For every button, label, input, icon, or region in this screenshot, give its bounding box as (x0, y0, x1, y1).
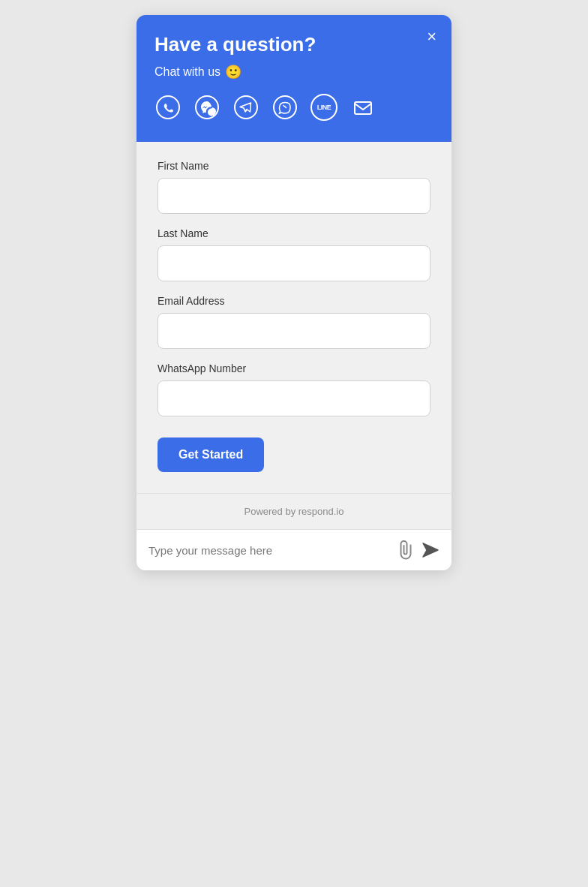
email-icon[interactable] (350, 94, 376, 121)
email-group: Email Address (158, 295, 430, 349)
first-name-field[interactable] (158, 178, 430, 214)
send-icon (422, 542, 440, 558)
get-started-button[interactable]: Get Started (158, 437, 264, 472)
svg-rect-4 (355, 102, 371, 114)
first-name-group: First Name (158, 160, 430, 214)
header-subtitle: Chat with us 🙂 (154, 64, 434, 80)
viber-icon[interactable] (272, 94, 298, 121)
email-field[interactable] (158, 313, 430, 349)
platform-icons: LINE (154, 94, 434, 121)
line-icon[interactable]: LINE (310, 94, 338, 121)
whatsapp-field[interactable] (158, 380, 430, 416)
whatsapp-icon[interactable] (154, 94, 182, 121)
last-name-field[interactable] (158, 245, 430, 281)
form-area: First Name Last Name Email Address Whats… (136, 142, 452, 493)
paperclip-icon (396, 540, 412, 560)
whatsapp-group: WhatsApp Number (158, 362, 430, 416)
message-input-area (136, 529, 452, 570)
messenger-icon[interactable] (194, 94, 220, 121)
telegram-icon[interactable] (232, 94, 260, 121)
powered-by: Powered by respond.io (136, 493, 452, 529)
whatsapp-label: WhatsApp Number (158, 362, 430, 374)
first-name-label: First Name (158, 160, 430, 172)
last-name-label: Last Name (158, 227, 430, 239)
email-label: Email Address (158, 295, 430, 307)
message-input[interactable] (148, 544, 387, 557)
attach-button[interactable] (396, 540, 412, 560)
subtitle-emoji: 🙂 (225, 64, 242, 80)
send-button[interactable] (422, 542, 440, 558)
close-button[interactable]: × (427, 29, 436, 45)
chat-header: Have a question? × Chat with us 🙂 (136, 15, 452, 142)
header-title: Have a question? (154, 33, 434, 56)
svg-point-0 (157, 96, 179, 119)
chat-widget: Have a question? × Chat with us 🙂 (136, 15, 452, 570)
last-name-group: Last Name (158, 227, 430, 281)
svg-point-2 (235, 96, 257, 119)
